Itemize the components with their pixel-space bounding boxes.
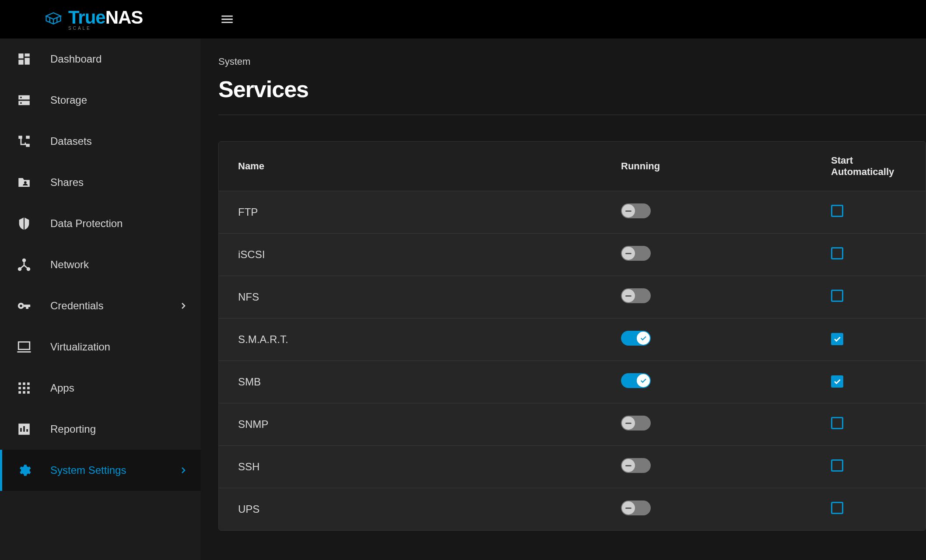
divider bbox=[218, 115, 926, 115]
auto-start-checkbox[interactable] bbox=[831, 417, 843, 429]
running-toggle[interactable] bbox=[621, 416, 651, 430]
service-name: NFS bbox=[219, 276, 602, 318]
auto-start-checkbox[interactable] bbox=[831, 459, 843, 472]
service-name: S.M.A.R.T. bbox=[219, 318, 602, 361]
main: System Services Name Running Start Autom… bbox=[201, 0, 926, 560]
service-auto-cell bbox=[812, 361, 926, 403]
chevron-right-icon bbox=[178, 465, 189, 476]
svg-point-7 bbox=[20, 304, 22, 307]
service-auto-cell bbox=[812, 234, 926, 276]
service-auto-cell bbox=[812, 191, 926, 234]
table-row: NFS bbox=[219, 276, 926, 318]
dashboard-icon bbox=[15, 50, 33, 68]
service-running-cell bbox=[602, 488, 812, 531]
service-auto-cell bbox=[812, 318, 926, 361]
table-row: SSH bbox=[219, 446, 926, 488]
svg-point-2 bbox=[24, 181, 27, 184]
sidebar-item-reporting[interactable]: Reporting bbox=[0, 409, 201, 450]
sidebar-item-datasets[interactable]: Datasets bbox=[0, 121, 201, 162]
services-table: Name Running Start Automatically FTPiSCS… bbox=[218, 141, 926, 531]
service-name: FTP bbox=[219, 191, 602, 234]
service-running-cell bbox=[602, 191, 812, 234]
sidebar-item-label: Apps bbox=[50, 382, 201, 394]
nav: DashboardStorageDatasetsSharesData Prote… bbox=[0, 38, 201, 560]
auto-start-checkbox[interactable] bbox=[831, 205, 843, 217]
running-toggle[interactable] bbox=[621, 246, 651, 261]
service-name: SSH bbox=[219, 446, 602, 488]
service-auto-cell bbox=[812, 403, 926, 446]
service-running-cell bbox=[602, 318, 812, 361]
menu-toggle-button[interactable] bbox=[218, 10, 236, 28]
sidebar-item-system-settings[interactable]: System Settings bbox=[0, 450, 201, 491]
service-running-cell bbox=[602, 446, 812, 488]
running-toggle[interactable] bbox=[621, 458, 651, 473]
sidebar-item-label: System Settings bbox=[50, 464, 161, 476]
auto-start-checkbox[interactable] bbox=[831, 247, 843, 259]
service-auto-cell bbox=[812, 488, 926, 531]
service-running-cell bbox=[602, 234, 812, 276]
sidebar-item-shares[interactable]: Shares bbox=[0, 162, 201, 203]
svg-point-1 bbox=[20, 102, 22, 104]
sidebar-item-label: Network bbox=[50, 259, 201, 271]
dns-icon bbox=[15, 91, 33, 109]
sidebar-item-apps[interactable]: Apps bbox=[0, 368, 201, 409]
sidebar-item-dashboard[interactable]: Dashboard bbox=[0, 38, 201, 80]
logo-area: TrueNAS SCALE bbox=[0, 0, 201, 38]
service-running-cell bbox=[602, 276, 812, 318]
apps-icon bbox=[15, 379, 33, 397]
service-running-cell bbox=[602, 403, 812, 446]
running-toggle[interactable] bbox=[621, 373, 651, 388]
sidebar-item-data-protection[interactable]: Data Protection bbox=[0, 203, 201, 244]
sidebar: TrueNAS SCALE DashboardStorageDatasetsSh… bbox=[0, 0, 201, 560]
topbar bbox=[201, 0, 926, 38]
running-toggle[interactable] bbox=[621, 203, 651, 218]
sidebar-item-label: Datasets bbox=[50, 135, 201, 147]
sidebar-item-label: Data Protection bbox=[50, 217, 201, 230]
bar-chart-icon bbox=[15, 420, 33, 438]
table-row: S.M.A.R.T. bbox=[219, 318, 926, 361]
security-icon bbox=[15, 215, 33, 232]
logo[interactable]: TrueNAS SCALE bbox=[44, 8, 143, 31]
auto-start-checkbox[interactable] bbox=[831, 290, 843, 302]
breadcrumb[interactable]: System bbox=[218, 56, 926, 67]
svg-point-0 bbox=[20, 97, 22, 98]
column-header-auto: Start Automatically bbox=[812, 142, 926, 191]
sidebar-item-storage[interactable]: Storage bbox=[0, 80, 201, 121]
sidebar-item-label: Dashboard bbox=[50, 53, 201, 65]
auto-start-checkbox[interactable] bbox=[831, 502, 843, 514]
settings-icon bbox=[15, 462, 33, 479]
service-running-cell bbox=[602, 361, 812, 403]
sidebar-item-label: Virtualization bbox=[50, 341, 201, 353]
column-header-name: Name bbox=[219, 142, 602, 191]
sidebar-item-network[interactable]: Network bbox=[0, 244, 201, 285]
table-row: SNMP bbox=[219, 403, 926, 446]
running-toggle[interactable] bbox=[621, 331, 651, 346]
column-header-running: Running bbox=[602, 142, 812, 191]
auto-start-checkbox[interactable] bbox=[831, 333, 843, 345]
service-auto-cell bbox=[812, 276, 926, 318]
running-toggle[interactable] bbox=[621, 288, 651, 303]
sidebar-item-label: Shares bbox=[50, 176, 201, 189]
folder-shared-icon bbox=[15, 174, 33, 191]
auto-start-checkbox[interactable] bbox=[831, 375, 843, 388]
computer-icon bbox=[15, 338, 33, 356]
sidebar-item-credentials[interactable]: Credentials bbox=[0, 285, 201, 326]
table-row: SMB bbox=[219, 361, 926, 403]
service-name: iSCSI bbox=[219, 234, 602, 276]
sidebar-item-virtualization[interactable]: Virtualization bbox=[0, 326, 201, 368]
account-tree-icon bbox=[15, 133, 33, 150]
running-toggle[interactable] bbox=[621, 500, 651, 515]
svg-point-3 bbox=[22, 259, 26, 262]
page-title: Services bbox=[218, 76, 926, 102]
sidebar-item-label: Credentials bbox=[50, 300, 161, 312]
service-name: SMB bbox=[219, 361, 602, 403]
service-name: SNMP bbox=[219, 403, 602, 446]
table-row: UPS bbox=[219, 488, 926, 531]
sidebar-item-label: Storage bbox=[50, 94, 201, 106]
chevron-right-icon bbox=[178, 301, 189, 311]
table-row: iSCSI bbox=[219, 234, 926, 276]
device-hub-icon bbox=[15, 256, 33, 273]
logo-text: TrueNAS bbox=[68, 8, 143, 27]
service-name: UPS bbox=[219, 488, 602, 531]
vpn-key-icon bbox=[15, 297, 33, 315]
